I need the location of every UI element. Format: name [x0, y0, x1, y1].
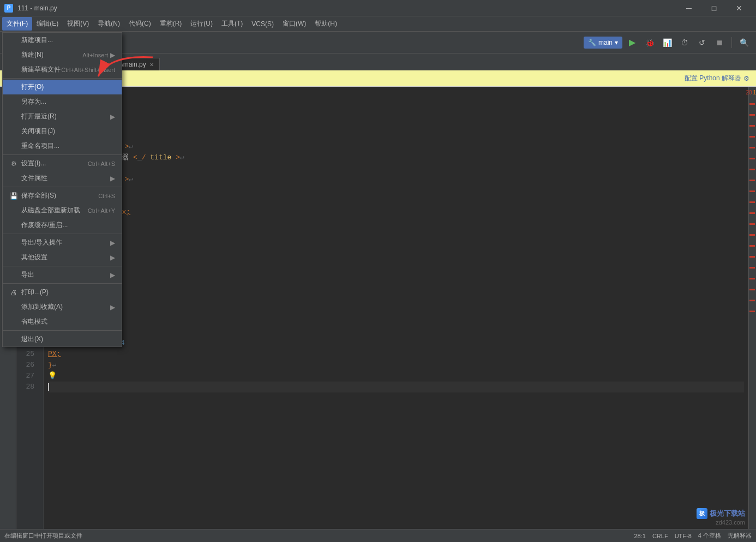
- menu-new-scratch[interactable]: 新建草稿文件 Ctrl+Alt+Shift+Insert: [3, 62, 122, 77]
- menu-open-recent[interactable]: 打开最近(R) ▶: [3, 109, 122, 124]
- run-config-label[interactable]: 🔧 main ▾: [584, 37, 622, 49]
- title-bar: P 111 - main.py ─ □ ✕: [0, 0, 756, 16]
- menu-print[interactable]: 🖨 打印...(P): [3, 285, 122, 300]
- lightbulb-icon: 💡: [48, 371, 57, 382]
- code-line-17: solid # ccc;: [48, 261, 744, 272]
- reload-icon: [9, 206, 18, 215]
- status-encoding[interactable]: UTF-8: [675, 533, 692, 539]
- separator-6: [3, 283, 122, 284]
- menu-save-as[interactable]: 另存为...: [3, 94, 122, 109]
- code-line-13: }↵: [48, 218, 744, 229]
- coverage-button[interactable]: 📊: [659, 35, 675, 50]
- line-num-28: 28: [16, 382, 39, 392]
- exit-icon: [9, 335, 18, 344]
- menu-code[interactable]: 代码(C): [124, 17, 155, 31]
- status-indent[interactable]: 4 个空格: [698, 532, 721, 540]
- profile-button[interactable]: ⏱: [677, 35, 692, 50]
- menu-add-to-favorites[interactable]: 添加到收藏(A) ▶: [3, 300, 122, 314]
- menu-other-settings[interactable]: 其他设置 ▶: [3, 250, 122, 265]
- menu-settings[interactable]: ⚙ 设置(I)... Ctrl+Alt+S: [3, 156, 122, 171]
- code-line-1: <!DOCTYPE: [48, 87, 744, 98]
- export-icon: [9, 271, 18, 279]
- code-content[interactable]: <!DOCTYPE html >↵ <_html >↵ <_head >↵: [44, 87, 748, 542]
- menu-navigate[interactable]: 导航(N): [93, 17, 124, 31]
- search-button[interactable]: 🔍: [736, 35, 752, 50]
- editor-wrapper: 1 2 3 4 5 6 7 8 9 10 11 12 13 14 15 16 1: [16, 87, 756, 542]
- new-icon: [9, 51, 18, 59]
- menu-open[interactable]: 打开(O): [3, 80, 122, 94]
- error-marker-9: [749, 190, 755, 192]
- menu-discard-cache[interactable]: 作废缓存/重启...: [3, 218, 122, 233]
- code-line-28: [48, 382, 744, 392]
- status-interpreter[interactable]: 无解释器: [728, 532, 752, 540]
- file-props-icon: [9, 174, 18, 183]
- minimize-button[interactable]: ─: [676, 0, 701, 16]
- stop-button[interactable]: ⏹: [712, 35, 727, 50]
- code-line-11: {: [48, 196, 744, 207]
- open-icon: [9, 83, 18, 92]
- menu-exit[interactable]: 退出(X): [3, 332, 122, 347]
- export-import-icon: [9, 239, 18, 247]
- error-marker-6: [749, 158, 755, 159]
- code-line-27: 💡: [48, 371, 744, 382]
- editor-area[interactable]: 1 2 3 4 5 6 7 8 9 10 11 12 13 14 15 16 1: [16, 87, 756, 542]
- error-marker-10: [749, 201, 755, 203]
- new-scratch-icon: [9, 65, 18, 74]
- status-position[interactable]: 28:1: [634, 533, 645, 539]
- maximize-button[interactable]: □: [701, 0, 727, 16]
- status-bar: 在编辑窗口中打开项目或文件 28:1 CRLF UTF-8 4 个空格 无解释器: [0, 529, 756, 542]
- code-line-24: border - radius: 4: [48, 338, 744, 349]
- separator-5: [3, 266, 122, 266]
- error-marker-2: [749, 114, 755, 116]
- menu-edit[interactable]: 编辑(E): [32, 17, 63, 31]
- error-marker-16: [749, 267, 755, 269]
- code-line-25: PX;: [48, 349, 744, 360]
- new-project-icon: [9, 36, 18, 45]
- print-icon: 🖨: [9, 288, 18, 297]
- menu-vcs[interactable]: VCS(S): [247, 18, 278, 30]
- debug-button[interactable]: 🐞: [642, 35, 657, 50]
- menu-bar: 文件(F) 新建项目... 新建(N) Alt+Insert ▶ 新建草稿文件 …: [0, 16, 756, 32]
- error-marker-13: [749, 234, 755, 236]
- menu-close-project[interactable]: 关闭项目(J): [3, 124, 122, 139]
- menu-help[interactable]: 帮助(H): [310, 17, 341, 31]
- menu-save-all[interactable]: 💾 保存全部(S) Ctrl+S: [3, 188, 122, 203]
- menu-refactor[interactable]: 重构(R): [155, 17, 187, 31]
- close-button[interactable]: ✕: [727, 0, 752, 16]
- menu-file[interactable]: 文件(F) 新建项目... 新建(N) Alt+Insert ▶ 新建草稿文件 …: [2, 17, 32, 31]
- code-line-2: html >↵: [48, 98, 744, 109]
- close-project-icon: [9, 127, 18, 136]
- open-recent-icon: [9, 112, 18, 121]
- menu-run[interactable]: 运行(U): [186, 17, 217, 31]
- run-config: 🔧 main ▾: [584, 37, 622, 49]
- menu-new[interactable]: 新建(N) Alt+Insert ▶: [3, 47, 122, 62]
- menu-window[interactable]: 窗口(W): [278, 17, 310, 31]
- discard-icon: [9, 221, 18, 230]
- tab-path-close[interactable]: ✕: [149, 62, 154, 68]
- code-line-19: PX;: [48, 283, 744, 294]
- configure-interpreter-btn[interactable]: 配置 Python 解释器 ⚙: [685, 74, 749, 83]
- menu-tools[interactable]: 工具(T): [217, 17, 247, 31]
- code-line-15: border: 1: [48, 240, 744, 251]
- error-count: 20: [746, 90, 752, 96]
- separator-3: [3, 187, 122, 187]
- menu-export-import[interactable]: 导出/导入操作 ▶: [3, 235, 122, 250]
- error-marker-19: [749, 300, 755, 301]
- power-save-icon: [9, 318, 18, 326]
- menu-file-props[interactable]: 文件属性 ▶: [3, 171, 122, 186]
- menu-view[interactable]: 视图(V): [63, 17, 93, 31]
- status-line-ending[interactable]: CRLF: [652, 533, 668, 539]
- menu-power-save[interactable]: 省电模式: [3, 314, 122, 329]
- code-line-3: <_html >↵: [48, 109, 744, 120]
- status-right: 28:1 CRLF UTF-8 4 个空格 无解释器: [634, 532, 752, 540]
- rename-project-icon: [9, 142, 18, 151]
- menu-reload-from-disk[interactable]: 从磁盘全部重新加载 Ctrl+Alt+Y: [3, 203, 122, 218]
- run-button[interactable]: ▶: [625, 35, 640, 50]
- menu-rename-project[interactable]: 重命名项目...: [3, 139, 122, 153]
- reload-button[interactable]: ↺: [694, 35, 710, 50]
- favorites-icon: [9, 303, 18, 312]
- error-marker-7: [749, 169, 755, 170]
- line-num-26: 26: [16, 360, 39, 371]
- menu-new-project[interactable]: 新建项目...: [3, 33, 122, 47]
- menu-export[interactable]: 导出 ▶: [3, 267, 122, 282]
